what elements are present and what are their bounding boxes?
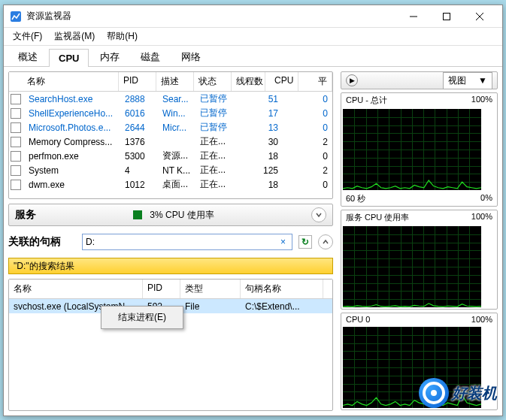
cell-desc: Micr... [158, 122, 195, 134]
cell-type: File [180, 301, 241, 313]
col-desc[interactable]: 描述 [156, 72, 194, 91]
cell-pid: 4 [120, 165, 158, 177]
table-row[interactable]: perfmon.exe5300资源...正在...180 [9, 149, 332, 163]
cell-name: System [24, 165, 120, 177]
handles-search-input[interactable] [86, 237, 277, 247]
cell-cpu: 0 [283, 93, 332, 105]
table-row[interactable]: Microsoft.Photos.e...2644Micr...已暂停130 [9, 120, 332, 134]
view-dropdown[interactable]: 视图 ▼ [443, 72, 492, 89]
row-checkbox[interactable] [11, 180, 21, 190]
row-checkbox[interactable] [11, 151, 21, 162]
cell-pid: 2888 [120, 93, 158, 105]
cell-threads: 125 [233, 165, 283, 177]
tab-cpu[interactable]: CPU [49, 49, 89, 67]
chart-cpu-total-xlabel: 60 秒 [346, 193, 365, 204]
chart-cpu-total-title: CPU - 总计 [346, 95, 387, 106]
cell-cpu: 0 [283, 150, 332, 162]
chart-cpu-total-canvas [343, 109, 481, 190]
cell-status: 正在... [195, 177, 233, 192]
menubar: 文件(F) 监视器(M) 帮助(H) [4, 28, 502, 46]
cell-handle: C:\$Extend\... [241, 301, 323, 313]
handles-collapse-button[interactable] [318, 234, 333, 249]
table-row[interactable]: ShellExperienceHo...6016Win...已暂停170 [9, 106, 332, 120]
row-checkbox[interactable] [11, 122, 21, 133]
cell-status: 正在... [195, 163, 233, 177]
chart-toolbar: ▶ 视图 ▼ [341, 71, 498, 89]
services-expand-button[interactable] [311, 207, 326, 222]
cell-pid: 2644 [120, 122, 158, 134]
chart-cpu0-title: CPU 0 [346, 315, 370, 324]
context-menu-end-process[interactable]: 结束进程(E) [103, 308, 181, 327]
cell-pid: 6016 [120, 107, 158, 119]
col-avg[interactable]: 平 [298, 72, 332, 91]
cell-desc: Sear... [158, 93, 195, 105]
cell-desc [158, 141, 195, 143]
col-status[interactable]: 状态 [194, 72, 232, 91]
col-pid[interactable]: PID [119, 72, 156, 91]
chart-cpu-service-canvas [343, 226, 481, 307]
cell-name: ShellExperienceHo... [24, 107, 120, 119]
handles-search-header: 关联的句柄 × ↻ [8, 231, 333, 253]
cell-name: SearchHost.exe [24, 93, 120, 105]
hcol-name[interactable]: 名称 [9, 279, 143, 298]
chart-cpu-total-min: 0% [480, 193, 492, 204]
table-row[interactable]: dwm.exe1012桌面...正在...180 [9, 177, 332, 192]
hcol-pid[interactable]: PID [143, 279, 180, 298]
tab-memory[interactable]: 内存 [90, 47, 129, 67]
cell-pid: 1376 [120, 136, 158, 148]
cell-threads: 51 [233, 93, 283, 105]
col-threads[interactable]: 线程数 [232, 72, 265, 91]
row-checkbox[interactable] [11, 165, 21, 176]
chart-cpu-service-max: 100% [471, 212, 492, 223]
view-dropdown-label: 视图 [448, 74, 466, 87]
cell-cpu: 2 [283, 165, 332, 177]
window-title: 资源监视器 [26, 10, 397, 23]
menu-file[interactable]: 文件(F) [7, 29, 48, 44]
refresh-search-button[interactable]: ↻ [298, 235, 312, 249]
row-checkbox[interactable] [11, 94, 21, 104]
cell-threads: 18 [233, 179, 283, 191]
cell-threads: 18 [233, 150, 283, 162]
clear-search-icon[interactable]: × [277, 237, 289, 247]
tab-disk[interactable]: 磁盘 [131, 47, 170, 67]
hcol-type[interactable]: 类型 [180, 279, 241, 298]
chart-cpu-total-max: 100% [471, 95, 492, 106]
cell-desc: NT K... [158, 165, 195, 177]
close-button[interactable] [463, 6, 496, 27]
processes-body[interactable]: SearchHost.exe2888Sear...已暂停510ShellExpe… [9, 92, 332, 198]
handles-header: 名称 PID 类型 句柄名称 [9, 279, 332, 299]
cell-status: 已暂停 [195, 92, 233, 106]
cell-cpu: 2 [283, 136, 332, 148]
handles-search-wrap: × [82, 234, 292, 250]
watermark-text: 好装机 [452, 383, 497, 403]
cell-pid: 5300 [120, 150, 158, 162]
menu-help[interactable]: 帮助(H) [101, 29, 144, 44]
hcol-handle[interactable]: 句柄名称 [241, 279, 323, 298]
menu-monitor[interactable]: 监视器(M) [48, 29, 101, 44]
cell-desc: 资源... [158, 149, 195, 163]
col-name[interactable]: 名称 [23, 72, 119, 91]
cell-cpu: 0 [283, 107, 332, 119]
cell-name: perfmon.exe [24, 150, 120, 162]
services-header[interactable]: 服务 3% CPU 使用率 [8, 204, 333, 226]
processes-panel: 名称 PID 描述 状态 线程数 CPU 平 SearchHost.exe288… [8, 71, 333, 199]
minimize-button[interactable] [397, 6, 430, 27]
tab-overview[interactable]: 概述 [8, 47, 47, 67]
cell-status: 已暂停 [195, 106, 233, 120]
table-row[interactable]: Memory Compress...1376正在...302 [9, 134, 332, 149]
row-checkbox[interactable] [11, 137, 21, 147]
tab-network[interactable]: 网络 [171, 47, 211, 67]
maximize-button[interactable] [430, 6, 463, 27]
cell-threads: 13 [233, 122, 283, 134]
chart-cpu-total: CPU - 总计 100% 60 秒 0% [341, 92, 498, 207]
play-button[interactable]: ▶ [346, 74, 358, 86]
chart-cpu-service-title: 服务 CPU 使用率 [346, 212, 409, 223]
table-row[interactable]: System4NT K...正在...1252 [9, 163, 332, 177]
row-checkbox[interactable] [11, 108, 21, 119]
titlebar[interactable]: 资源监视器 [4, 5, 502, 28]
cell-desc: Win... [158, 107, 195, 119]
col-cpu[interactable]: CPU [265, 72, 299, 91]
table-row[interactable]: SearchHost.exe2888Sear...已暂停510 [9, 92, 332, 106]
handles-panel: 名称 PID 类型 句柄名称 svchost.exe (LocalSystemN… [8, 279, 333, 411]
svg-rect-2 [444, 13, 450, 20]
